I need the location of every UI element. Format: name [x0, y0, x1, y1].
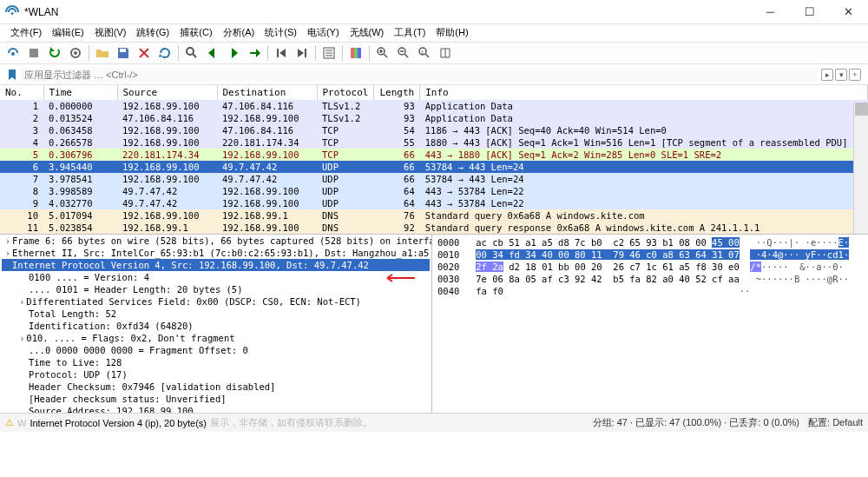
col-length[interactable]: Length	[374, 85, 420, 100]
svg-point-5	[187, 48, 194, 55]
status-packets: 分组: 47 · 已显示: 47 (100.0%) · 已丢弃: 0 (0.0%…	[593, 416, 799, 429]
svg-rect-9	[358, 48, 361, 58]
packet-rows[interactable]: 10.000000192.168.99.10047.106.84.116TLSv…	[0, 100, 868, 235]
menu-tools[interactable]: 工具(T)	[389, 24, 431, 42]
table-row[interactable]: 50.306796220.181.174.34192.168.99.100TCP…	[0, 149, 868, 161]
filter-add-icon[interactable]: +	[849, 69, 861, 81]
resize-columns-icon[interactable]	[436, 43, 455, 63]
col-info[interactable]: Info	[420, 85, 868, 100]
save-file-icon[interactable]	[114, 43, 133, 63]
status-bar: ⚠ W Internet Protocol Version 4 (ip), 20…	[0, 413, 868, 432]
col-dest[interactable]: Destination	[217, 85, 317, 100]
minimize-button[interactable]: ─	[751, 0, 790, 24]
menu-capture[interactable]: 捕获(C)	[174, 24, 217, 42]
go-back-icon[interactable]	[203, 43, 222, 63]
menu-go[interactable]: 跳转(G)	[131, 24, 174, 42]
status-profile[interactable]: 配置: Default	[808, 416, 863, 429]
col-no[interactable]: No.	[0, 85, 43, 100]
svg-rect-1	[30, 49, 38, 57]
titlebar: *WLAN ─ ☐ ✕	[0, 0, 868, 24]
app-icon	[5, 5, 19, 19]
maximize-button[interactable]: ☐	[790, 0, 829, 24]
status-selection: Internet Protocol Version 4 (ip), 20 byt…	[30, 418, 207, 428]
close-file-icon[interactable]	[135, 43, 154, 63]
first-packet-icon[interactable]	[272, 43, 291, 63]
zoom-out-icon[interactable]	[394, 43, 413, 63]
go-forward-icon[interactable]	[224, 43, 243, 63]
menu-statistics[interactable]: 统计(S)	[260, 24, 302, 42]
auto-scroll-icon[interactable]	[319, 43, 339, 63]
reload-icon[interactable]	[155, 43, 174, 63]
col-protocol[interactable]: Protocol	[317, 85, 374, 100]
svg-point-0	[11, 52, 15, 56]
stop-capture-icon[interactable]	[24, 43, 43, 63]
close-button[interactable]: ✕	[829, 0, 868, 24]
menu-analyze[interactable]: 分析(A)	[218, 24, 260, 42]
menubar: 文件(F) 编辑(E) 视图(V) 跳转(G) 捕获(C) 分析(A) 统计(S…	[0, 24, 868, 42]
restart-capture-icon[interactable]	[45, 43, 64, 63]
menu-file[interactable]: 文件(F)	[5, 24, 47, 42]
menu-edit[interactable]: 编辑(E)	[47, 24, 89, 42]
svg-point-3	[74, 51, 77, 55]
table-row[interactable]: 115.023854192.168.99.1192.168.99.100DNS9…	[0, 222, 868, 234]
start-capture-icon[interactable]	[3, 43, 23, 63]
menu-telephony[interactable]: 电话(Y)	[302, 24, 345, 42]
table-row[interactable]: 94.03277049.7.47.42192.168.99.100UDP6444…	[0, 197, 868, 209]
find-packet-icon[interactable]	[182, 43, 201, 63]
toolbar: 1	[0, 42, 868, 64]
zoom-in-icon[interactable]	[373, 43, 392, 63]
filter-apply-icon[interactable]: ▸	[821, 69, 833, 81]
menu-view[interactable]: 视图(V)	[89, 24, 132, 42]
packet-list-scrollbar[interactable]	[853, 103, 868, 234]
table-row[interactable]: 73.978541192.168.99.10049.7.47.42UDP6653…	[0, 173, 868, 185]
packet-list[interactable]: No. Time Source Destination Protocol Len…	[0, 85, 868, 235]
display-filter-input[interactable]	[21, 68, 818, 82]
table-row[interactable]: 105.017094192.168.99.100192.168.99.1DNS7…	[0, 209, 868, 222]
packet-details[interactable]: ›Frame 6: 66 bytes on wire (528 bits), 6…	[0, 235, 432, 413]
filter-dropdown-icon[interactable]: ▾	[835, 69, 847, 81]
last-packet-icon[interactable]	[293, 43, 312, 63]
open-file-icon[interactable]	[93, 43, 112, 63]
svg-rect-8	[354, 48, 358, 58]
menu-help[interactable]: 帮助(H)	[431, 24, 473, 42]
table-row[interactable]: 83.99858949.7.47.42192.168.99.100UDP6444…	[0, 185, 868, 197]
bookmark-icon[interactable]	[3, 69, 21, 81]
zoom-reset-icon[interactable]: 1	[415, 43, 434, 63]
table-row[interactable]: 20.01352447.106.84.116192.168.99.100TLSv…	[0, 112, 868, 124]
colorize-icon[interactable]	[346, 43, 365, 63]
go-to-packet-icon[interactable]	[245, 43, 264, 63]
menu-wireless[interactable]: 无线(W)	[345, 24, 390, 42]
table-row[interactable]: 30.063458192.168.99.10047.106.84.116TCP5…	[0, 124, 868, 136]
hex-dump[interactable]: 0000 ac cb 51 a1 a5 d8 7c b0 c2 65 93 b1…	[432, 235, 868, 413]
col-time[interactable]: Time	[43, 85, 117, 100]
capture-options-icon[interactable]	[66, 43, 85, 63]
table-row[interactable]: 40.266578192.168.99.100220.181.174.34TCP…	[0, 136, 868, 149]
window-title: *WLAN	[24, 6, 751, 18]
col-source[interactable]: Source	[117, 85, 217, 100]
table-row[interactable]: 10.000000192.168.99.10047.106.84.116TLSv…	[0, 100, 868, 112]
annotation-arrow-icon	[382, 272, 417, 284]
svg-rect-4	[120, 49, 126, 52]
filter-bar: ▸ ▾ +	[0, 64, 868, 85]
svg-rect-7	[351, 48, 354, 58]
warning-icon[interactable]: ⚠	[5, 417, 14, 428]
table-row[interactable]: 63.945440192.168.99.10049.7.47.42UDP6653…	[0, 161, 868, 173]
